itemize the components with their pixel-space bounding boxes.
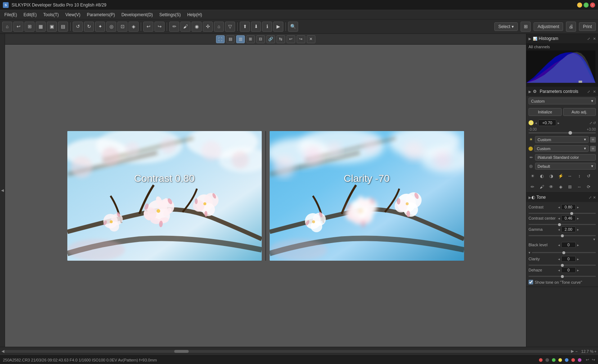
menu-settings[interactable]: Settings(S) <box>157 12 184 18</box>
contrast-value[interactable]: 0.80 <box>561 204 576 210</box>
black-level-value[interactable]: 0 <box>561 242 576 248</box>
toolbar-correct[interactable]: ✦ <box>95 22 105 32</box>
compare-btn-5[interactable]: ⊟ <box>256 35 265 43</box>
toolbar-back[interactable]: ↩ <box>13 22 23 32</box>
histogram-header[interactable]: ▶ 📊 Histogram ⤢ ✕ <box>526 34 598 43</box>
print-button[interactable]: Print <box>579 22 596 31</box>
contrast-center-thumb[interactable] <box>558 223 561 226</box>
ev-expand[interactable]: ⤢ <box>589 121 592 125</box>
toolbar-search[interactable]: 🔍 <box>288 22 298 32</box>
tool-btn-14[interactable]: ⟳ <box>585 183 593 191</box>
status-redo[interactable]: ↪ <box>592 358 595 362</box>
dehaze-slider[interactable] <box>529 276 596 277</box>
toolbar-export[interactable]: ⬆ <box>240 22 250 32</box>
compare-btn-fullscreen[interactable]: ⛶ <box>216 35 225 43</box>
right-image[interactable]: Clarity -70 <box>270 131 464 261</box>
toolbar-preview[interactable]: ▶ <box>273 22 283 32</box>
menu-edit[interactable]: Edit(E) <box>21 12 40 18</box>
status-undo[interactable]: ↩ <box>586 358 589 362</box>
tool-btn-2[interactable]: ◐ <box>538 172 546 180</box>
black-level-expand[interactable]: ▾ <box>529 251 530 255</box>
toolbar-redo[interactable]: ↪ <box>154 22 165 32</box>
gamma-slider[interactable] <box>529 235 596 236</box>
menu-file[interactable]: File(E) <box>1 12 20 18</box>
tool-btn-7[interactable]: ↺ <box>585 172 593 180</box>
scroll-bar[interactable] <box>4 350 571 353</box>
ev-value[interactable]: +0.70 <box>538 120 556 126</box>
gamma-value[interactable]: 2.00 <box>561 226 576 232</box>
wb-dropdown[interactable]: Custom ▾ <box>534 145 589 152</box>
tool-btn-6[interactable]: ↕ <box>575 172 583 180</box>
contrast-center-slider[interactable] <box>529 224 596 225</box>
compare-btn-undo[interactable]: ↩ <box>287 35 295 43</box>
toolbar-lens[interactable]: ◎ <box>106 22 116 32</box>
clarity-increase[interactable]: ▸ <box>576 257 580 261</box>
ev-slider-track[interactable] <box>529 132 596 134</box>
contrast-decrease[interactable]: ◂ <box>557 205 561 209</box>
compare-btn-redo[interactable]: ↪ <box>297 35 305 43</box>
compare-btn-dual[interactable]: ▥ <box>236 35 245 43</box>
toolbar-stamp[interactable]: ⌂ <box>214 22 224 32</box>
toolbar-eye[interactable]: ◈ <box>129 22 139 32</box>
contrast-center-value[interactable]: 0.46 <box>561 215 576 221</box>
menu-development[interactable]: Development(D) <box>118 12 156 18</box>
clarity-decrease[interactable]: ◂ <box>557 257 561 261</box>
black-level-decrease[interactable]: ◂ <box>557 243 561 247</box>
left-image[interactable]: Contrast 0.80 <box>67 131 262 261</box>
toolbar-single[interactable]: ▣ <box>47 22 57 32</box>
gamma-increase[interactable]: ▸ <box>576 228 580 232</box>
toolbar-export-2[interactable]: ⬇ <box>251 22 261 32</box>
toolbar-heal[interactable]: ✣ <box>203 22 213 32</box>
select-button[interactable]: Select ▾ <box>494 22 518 31</box>
color-profile-dropdown[interactable]: iNaturali Standard color <box>535 154 596 161</box>
scroll-thumb[interactable] <box>174 350 189 353</box>
wb-plus[interactable]: + <box>590 146 596 152</box>
params-close[interactable]: ✕ <box>593 90 596 94</box>
lens-dropdown[interactable]: Default ▾ <box>535 163 596 170</box>
toolbar-info[interactable]: ℹ <box>262 22 272 32</box>
minimize-button[interactable]: − <box>577 3 582 8</box>
ev-slider-thumb[interactable] <box>568 131 572 135</box>
toolbar-develop-1[interactable]: ✏ <box>169 22 179 32</box>
contrast-center-increase[interactable]: ▸ <box>576 216 580 220</box>
contrast-thumb[interactable] <box>570 212 573 215</box>
clarity-slider[interactable] <box>529 265 596 266</box>
compare-btn-sync[interactable]: ⇆ <box>276 35 285 43</box>
toolbar-dual[interactable]: ▤ <box>58 22 68 32</box>
params-arrow[interactable]: ▶ <box>529 90 531 94</box>
black-level-slider[interactable] <box>532 252 596 253</box>
menu-parameters[interactable]: Parameters(P) <box>84 12 118 18</box>
dehaze-value[interactable]: 0 <box>561 267 576 273</box>
dehaze-thumb[interactable] <box>561 275 564 278</box>
gamma-thumb[interactable] <box>561 234 564 237</box>
maximize-button[interactable]: □ <box>584 3 589 8</box>
tool-btn-4[interactable]: ⚡ <box>557 172 565 180</box>
tone-section-close[interactable]: ✕ <box>593 196 596 199</box>
tool-btn-5[interactable]: ↔ <box>566 172 574 180</box>
params-expand[interactable]: ⤢ <box>587 90 590 94</box>
auto-adj-button[interactable]: Auto adj. <box>563 108 596 116</box>
toolbar-print-icon[interactable]: 🖨 <box>566 22 576 32</box>
left-panel-toggle[interactable]: ◀ <box>0 34 5 347</box>
toolbar-grid-2[interactable]: ▦ <box>36 22 46 32</box>
menu-view[interactable]: View(V) <box>62 12 83 18</box>
tool-btn-13[interactable]: ↔ <box>575 183 583 191</box>
compare-btn-link[interactable]: 🔗 <box>266 35 275 43</box>
compare-btn-close[interactable]: ✕ <box>307 35 315 43</box>
clarity-thumb[interactable] <box>561 264 564 267</box>
tool-btn-10[interactable]: 👁 <box>547 183 555 191</box>
toolbar-undo[interactable]: ↩ <box>143 22 153 32</box>
menu-tools[interactable]: Tools(T) <box>40 12 62 18</box>
toolbar-rotate-l[interactable]: ↺ <box>73 22 83 32</box>
toolbar-home[interactable]: ⌂ <box>2 22 12 32</box>
dehaze-decrease[interactable]: ◂ <box>557 268 561 272</box>
tool-btn-8[interactable]: ✏ <box>529 183 536 191</box>
close-button[interactable]: × <box>590 3 595 8</box>
ev-right-arrow[interactable]: ▸ <box>558 121 559 125</box>
histogram-close[interactable]: ✕ <box>593 37 596 41</box>
contrast-slider[interactable] <box>529 213 596 214</box>
adjustment-button[interactable]: Adjustment <box>534 22 563 31</box>
compare-btn-quad[interactable]: ⊞ <box>246 35 255 43</box>
tool-btn-11[interactable]: ◈ <box>557 183 565 191</box>
toolbar-adj-icon[interactable]: ⊞ <box>521 22 531 32</box>
